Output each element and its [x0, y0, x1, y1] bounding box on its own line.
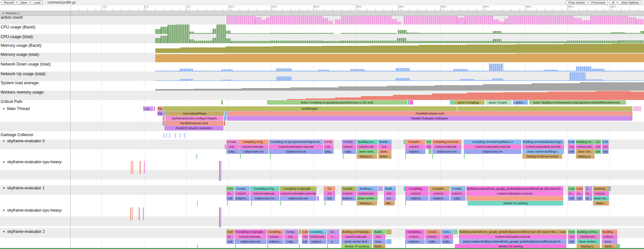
evaluator-event-bar[interactable]: su... [585, 196, 592, 201]
evaluator-event-bar[interactable]: Javac worker... [577, 239, 600, 244]
evaluator-event-bar[interactable]: ActionC... [593, 191, 609, 196]
evaluator-event-bar[interactable]: Waiting to... [357, 154, 377, 159]
evaluator-event-bar[interactable]: Act [568, 234, 575, 239]
evaluator-event-bar[interactable]: ActionConti... [309, 234, 326, 239]
evaluator-event-bar[interactable]: Com [576, 186, 583, 191]
evaluator-event-bar[interactable]: ActionC... [602, 234, 617, 239]
main-thread-event-bar[interactable]: buildTargets [163, 106, 457, 111]
main-thread-event-bar[interactable]: ParallelEvaluator.eval [227, 111, 632, 116]
evaluator-event-bar[interactable]: subprocess.run [432, 149, 461, 154]
main-thread-event-bar[interactable]: ParallelEvaluator.eval [165, 121, 223, 125]
evaluator-event-bar[interactable]: Ac... [585, 191, 592, 196]
main-thread-event-bar[interactable]: Parallel Evaluator evaluation [227, 116, 632, 121]
evaluator-event-bar[interactable] [225, 144, 226, 149]
evaluator-event-bar[interactable]: Acti... [226, 144, 239, 149]
critical-path-event-bar[interactable] [450, 100, 454, 105]
collapse-triangle-icon[interactable]: ▼ [3, 161, 5, 164]
evaluator-event-bar[interactable]: Acti... [378, 144, 391, 149]
evaluator-event-bar[interactable]: Building src... [357, 140, 378, 144]
critical-path-event-bar[interactable]: action... [513, 100, 528, 105]
main-thread-event-bar[interactable]: skyframeExecutor.configureTargets [165, 116, 223, 121]
evaluator-event-bar[interactable]: Acti... [284, 234, 298, 239]
process-header[interactable]: ▼Process 1 [0, 11, 644, 16]
evaluator-event-bar[interactable]: ActionC... [342, 144, 356, 149]
evaluator-event-bar[interactable]: ActionContinuati... [341, 234, 372, 239]
evaluator-event-bar[interactable]: ActionContinuation.execute [280, 191, 316, 196]
evaluator-event-bar[interactable]: subp... [284, 239, 298, 244]
evaluator-event-bar[interactable]: Waiting to... [357, 201, 377, 205]
evaluator-event-bar[interactable]: ActionC... [425, 234, 441, 239]
main-thread-event-bar[interactable] [163, 116, 165, 121]
evaluator-event-bar[interactable]: Compilin... [429, 186, 449, 191]
evaluator-event-bar[interactable]: Waitin... [593, 201, 609, 205]
evaluator-event-bar[interactable]: Com [226, 186, 234, 191]
evaluator-event-bar[interactable]: Building src/ma... [577, 230, 600, 234]
evaluator-event-bar[interactable]: subprocess.run [235, 239, 266, 244]
critical-path-event-bar[interactable]: action 'Compiling src/google/protobuf/de… [267, 100, 407, 105]
evaluator-event-bar[interactable]: subproc... [405, 239, 425, 244]
evaluator-event-bar[interactable]: sub [602, 149, 609, 154]
collapse-triangle-icon[interactable]: ▼ [2, 12, 5, 15]
evaluator-event-bar[interactable]: subproc... [429, 196, 449, 201]
evaluator-event-bar[interactable]: Building external/com_google_protobuf/ja… [459, 230, 566, 234]
evaluator-event-bar[interactable]: ActionC... [405, 234, 425, 239]
time-ruler[interactable]: -5 s0 s5 s10 s15 s20 s25 s30 s35 s40 s45… [70, 5, 644, 11]
collapse-triangle-icon[interactable]: ▼ [3, 187, 5, 190]
evaluator-event-bar[interactable]: s... [327, 239, 339, 244]
evaluator-event-bar[interactable]: Compil... [450, 186, 466, 191]
evaluator-event-bar[interactable]: Waiting to... [576, 154, 594, 159]
evaluator-event-bar[interactable]: Compil... [226, 140, 239, 144]
evaluator-event-bar[interactable]: Compilin... [405, 140, 425, 144]
evaluator-event-bar[interactable]: Compiling src/google... [235, 230, 266, 234]
evaluator-event-bar[interactable]: subproc... [341, 196, 356, 201]
evaluator-event-bar[interactable]: sub [568, 239, 575, 244]
evaluator-event-bar[interactable]: Acti... [441, 234, 453, 239]
evaluator-event-bar[interactable]: Compili... [341, 186, 356, 191]
evaluator-event-bar[interactable]: Compiling ... [309, 230, 326, 234]
evaluator-event-bar[interactable]: Ac... [226, 234, 234, 239]
track-group-label-skyframe-evaluator-cpu-heavy-[interactable]: ▼skyframe-evaluator-cpu-heavy- [3, 160, 62, 164]
evaluator-event-bar[interactable]: ActionContinuation.execute [459, 234, 566, 239]
evaluator-event-bar[interactable]: ActionContinuati... [239, 144, 268, 149]
evaluator-event-bar[interactable]: Compiling... [267, 230, 284, 234]
evaluator-event-bar[interactable]: Javac worker Buil... [341, 239, 372, 244]
evaluator-event-bar[interactable]: Co [595, 140, 601, 144]
critical-path-event-bar[interactable] [410, 100, 413, 105]
evaluator-event-bar[interactable]: Compiling src/core/... [432, 140, 461, 144]
evaluator-event-bar[interactable]: ActionContinuation.execute [466, 191, 563, 196]
evaluator-event-bar[interactable]: C... [585, 186, 592, 191]
evaluator-event-bar[interactable]: Acti... [324, 144, 333, 149]
track-group-label-skyframe-evaluator-cpu-heavy-[interactable]: ▼skyframe-evaluator-cpu-heavy- [3, 208, 62, 213]
evaluator-event-bar[interactable] [454, 230, 457, 234]
evaluator-event-bar[interactable] [378, 186, 383, 191]
main-thread-event-bar[interactable] [225, 111, 227, 116]
evaluator-event-bar[interactable]: A... [327, 234, 339, 239]
evaluator-event-bar[interactable]: Javac wor... [576, 149, 594, 154]
evaluator-event-bar[interactable]: ActionC... [235, 191, 250, 196]
evaluator-event-bar[interactable]: ActionConti... [357, 144, 378, 149]
evaluator-event-bar[interactable]: Compil... [342, 140, 356, 144]
evaluator-event-bar[interactable]: Compil... [425, 230, 441, 234]
main-thread-event-bar[interactable] [224, 121, 225, 125]
evaluator-event-bar[interactable]: sub [324, 196, 335, 201]
main-thread-event-bar[interactable] [633, 106, 641, 111]
evaluator-event-bar[interactable]: subproc... [405, 149, 425, 154]
evaluator-event-bar[interactable]: Comp... [324, 140, 333, 144]
evaluator-event-bar[interactable]: Javac ... [602, 239, 617, 244]
evaluator-event-bar[interactable]: Wai... [384, 201, 395, 205]
evaluator-event-bar[interactable]: Compiling src/main/cpp/blaze.cc [464, 140, 521, 144]
evaluator-event-bar[interactable]: Compil... [235, 186, 250, 191]
evaluator-event-bar[interactable]: Compiling ... [405, 186, 428, 191]
main-thread-event-bar[interactable]: Par [158, 111, 163, 116]
evaluator-event-bar[interactable]: sub [226, 239, 234, 244]
evaluator-event-bar[interactable]: subprocess.run [464, 149, 521, 154]
critical-path-event-bar[interactable]: action 'Compili... [486, 100, 512, 105]
evaluator-event-bar[interactable]: Act [568, 144, 575, 149]
evaluator-event-bar[interactable]: Ac... [568, 191, 575, 196]
evaluator-event-bar[interactable] [404, 140, 405, 144]
evaluator-event-bar[interactable]: Building... [593, 186, 609, 191]
evaluator-event-bar[interactable]: Act [595, 144, 601, 149]
evaluator-event-bar[interactable]: Compiling src/g... [250, 186, 279, 191]
evaluator-event-bar[interactable]: Waiting to borrow worker [523, 154, 562, 159]
evaluator-event-bar[interactable]: Worker #1 working [468, 201, 563, 205]
